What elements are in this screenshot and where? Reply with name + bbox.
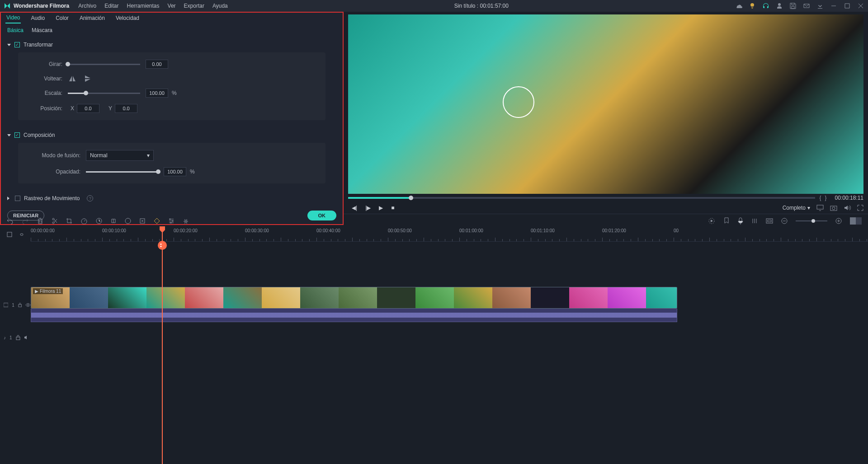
preview-timecode: 00:00:18:11 [835, 195, 863, 201]
section-composition-title: Composición [24, 132, 55, 138]
pos-x-input[interactable] [77, 104, 99, 113]
delete-icon[interactable] [37, 217, 43, 225]
menu-file[interactable]: Archivo [78, 3, 96, 9]
video-clip[interactable]: ▶Filmora 11 [31, 287, 677, 309]
flip-vertical-icon[interactable] [83, 75, 92, 82]
playhead-split-icon[interactable] [158, 241, 167, 250]
snapshot-icon[interactable] [830, 205, 837, 211]
minimize-icon[interactable] [830, 2, 837, 9]
menu-tools[interactable]: Herramientas [127, 3, 160, 9]
scale-slider[interactable] [68, 93, 140, 94]
crop-icon[interactable] [66, 218, 72, 224]
duration-icon[interactable] [125, 218, 131, 224]
redo-icon[interactable] [22, 218, 29, 224]
view-toggle[interactable] [850, 217, 862, 225]
section-motion-title: Rastreo de Movimiento [24, 195, 80, 202]
maximize-icon[interactable] [844, 2, 851, 9]
timeline-settings-icon[interactable] [6, 231, 13, 238]
composition-checkbox[interactable] [14, 132, 20, 138]
fit-icon[interactable] [139, 218, 146, 224]
adjust-icon[interactable] [168, 218, 175, 224]
svg-point-5 [125, 218, 131, 224]
mute-icon[interactable] [24, 335, 29, 340]
preview-target-circle[interactable] [503, 86, 534, 118]
subtab-basic[interactable]: Básica [7, 27, 24, 33]
preview-progress-bar[interactable] [348, 197, 815, 199]
visibility-icon[interactable] [25, 303, 31, 307]
user-icon[interactable] [776, 2, 783, 9]
menu-export[interactable]: Exportar [184, 3, 204, 9]
rotate-input[interactable] [146, 60, 168, 69]
link-icon[interactable] [18, 231, 24, 238]
zoom-in-icon[interactable] [835, 218, 842, 224]
record-icon[interactable] [738, 217, 743, 225]
fullscreen-icon[interactable] [857, 205, 863, 211]
volume-icon[interactable] [844, 205, 851, 211]
close-icon[interactable] [857, 2, 864, 9]
opacity-slider[interactable] [86, 171, 158, 173]
tab-animation[interactable]: Animación [79, 13, 106, 23]
subtab-mask[interactable]: Máscara [32, 27, 52, 33]
video-track[interactable]: 1 ▶Filmora 11 [31, 287, 868, 323]
undo-icon[interactable] [6, 218, 14, 224]
speed-icon[interactable] [80, 218, 88, 224]
display-icon[interactable] [816, 205, 824, 211]
help-icon[interactable]: ? [87, 195, 93, 202]
preview-viewport[interactable] [348, 14, 863, 194]
stop-icon[interactable]: ■ [391, 205, 394, 211]
keyframe-icon[interactable] [154, 218, 160, 224]
audio-track-number: 1 [9, 335, 12, 340]
next-marker-icon[interactable]: } [825, 195, 827, 201]
blend-mode-select[interactable]: Normal ▾ [86, 150, 154, 161]
audio-track[interactable]: ♪ 1 [31, 332, 868, 343]
play-icon[interactable]: ▶ [379, 205, 383, 211]
freeze-icon[interactable] [96, 218, 102, 224]
lock-icon[interactable] [18, 302, 22, 308]
quality-select[interactable]: Completo ▾ [783, 205, 810, 211]
tab-speed[interactable]: Velocidad [115, 13, 140, 23]
download-icon[interactable] [816, 2, 824, 9]
audio-waveform[interactable] [31, 309, 677, 322]
audio-track-icon: ♪ [4, 335, 6, 340]
opacity-label: Opacidad: [31, 169, 80, 175]
split-icon[interactable] [52, 217, 58, 225]
prev-frame-icon[interactable]: ◀| [352, 205, 357, 211]
lock-icon[interactable] [16, 335, 20, 340]
flip-horizontal-icon[interactable] [68, 75, 77, 82]
menu-view[interactable]: Ver [168, 3, 176, 9]
section-composition-header[interactable]: Composición [7, 129, 336, 141]
save-icon[interactable] [789, 2, 797, 9]
timeline-ruler[interactable]: 00:00:00:00 00:00:10:00 00:00:20:00 00:0… [31, 227, 868, 242]
tab-color[interactable]: Color [55, 13, 70, 23]
lightbulb-icon[interactable] [749, 2, 756, 9]
chevron-down-icon [7, 134, 11, 136]
tab-video[interactable]: Video [5, 13, 21, 23]
transform-checkbox[interactable] [14, 42, 20, 47]
scale-input[interactable] [146, 89, 168, 98]
zoom-out-icon[interactable] [781, 218, 788, 224]
zoom-slider[interactable] [796, 220, 827, 221]
playhead-handle-icon[interactable] [159, 226, 166, 234]
marker-icon[interactable] [723, 217, 730, 225]
next-frame-icon[interactable]: |▶ [365, 205, 371, 211]
opacity-input[interactable] [164, 167, 186, 176]
render-icon[interactable] [708, 217, 715, 225]
menu-edit[interactable]: Editar [104, 3, 118, 9]
mail-icon[interactable] [803, 2, 810, 9]
menu-help[interactable]: Ayuda [212, 3, 228, 9]
detach-audio-icon[interactable] [110, 218, 117, 224]
section-motion-header[interactable]: Rastreo de Movimiento ? [7, 192, 336, 204]
ok-button[interactable]: OK [307, 211, 337, 220]
audio-adjust-icon[interactable] [183, 218, 189, 224]
rotate-slider[interactable] [68, 64, 140, 65]
headphones-icon[interactable] [762, 2, 769, 9]
prev-marker-icon[interactable]: { [820, 195, 821, 201]
section-transform-header[interactable]: Transformar [7, 39, 336, 51]
markers-panel-icon[interactable] [766, 218, 773, 224]
motion-checkbox[interactable] [15, 196, 20, 201]
cloud-icon[interactable] [735, 2, 742, 9]
pos-y-input[interactable] [115, 104, 137, 113]
tab-audio[interactable]: Audio [30, 13, 46, 23]
playhead[interactable] [162, 227, 163, 464]
mixer-icon[interactable] [751, 218, 758, 224]
